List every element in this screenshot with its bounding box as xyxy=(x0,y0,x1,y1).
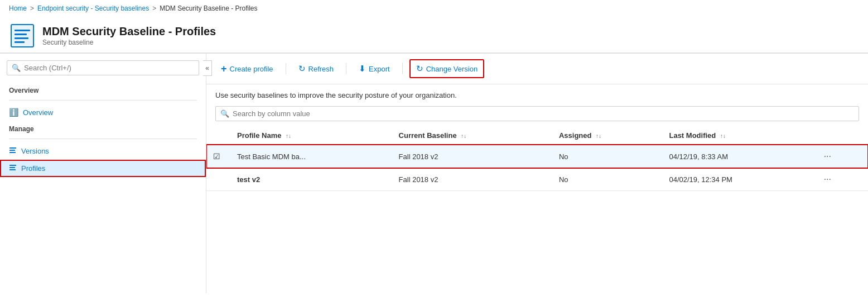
table-header: Profile Name ↑↓ Current Baseline ↑↓ Assi… xyxy=(206,127,868,145)
change-version-button[interactable]: ↻ Change Version xyxy=(409,59,485,78)
row1-checkbox-icon[interactable]: ☑ xyxy=(213,152,220,161)
sort-assigned-icon[interactable]: ↑↓ xyxy=(596,133,601,139)
change-version-label: Change Version xyxy=(426,65,478,73)
row1-modified: 04/12/19, 8:33 AM xyxy=(662,145,813,168)
sidebar-item-versions[interactable]: Versions xyxy=(0,142,206,160)
row1-name: Test Basic MDM ba... xyxy=(230,145,392,168)
table-search-icon: 🔍 xyxy=(220,109,229,118)
change-version-icon: ↻ xyxy=(416,64,423,74)
table-row[interactable]: ☑ Test Basic MDM ba... Fall 2018 v2 No 0… xyxy=(206,145,868,168)
sort-baseline-icon[interactable]: ↑↓ xyxy=(461,133,466,139)
col-last-modified[interactable]: Last Modified ↑↓ xyxy=(662,127,813,145)
table-row[interactable]: test v2 Fall 2018 v2 No 04/02/19, 12:34 … xyxy=(206,168,868,191)
row2-checkbox-cell xyxy=(206,168,230,191)
versions-list-icon xyxy=(9,146,17,156)
page-title: MDM Security Baseline - Profiles xyxy=(42,25,216,38)
sidebar-search-container: 🔍 « xyxy=(7,60,199,75)
col-checkbox xyxy=(206,127,230,145)
row2-actions: ··· xyxy=(814,168,868,191)
sort-modified-icon[interactable]: ↑↓ xyxy=(720,133,726,139)
sidebar-section-overview: Overview xyxy=(0,82,206,97)
sidebar-search-icon: 🔍 xyxy=(12,64,21,72)
row1-checkbox-cell: ☑ xyxy=(206,145,230,168)
breadcrumb: Home > Endpoint security - Security base… xyxy=(0,0,868,17)
profiles-table: Profile Name ↑↓ Current Baseline ↑↓ Assi… xyxy=(206,127,868,191)
content-description: Use security baselines to improve the se… xyxy=(206,84,868,104)
svg-rect-6 xyxy=(9,150,15,151)
sidebar-item-versions-label: Versions xyxy=(21,147,49,155)
col-profile-name[interactable]: Profile Name ↑↓ xyxy=(230,127,392,145)
page-subtitle: Security baseline xyxy=(42,39,216,46)
col-current-baseline[interactable]: Current Baseline ↑↓ xyxy=(392,127,552,145)
row1-baseline: Fall 2018 v2 xyxy=(392,145,552,168)
table-body: ☑ Test Basic MDM ba... Fall 2018 v2 No 0… xyxy=(206,145,868,191)
sidebar-item-overview-label: Overview xyxy=(23,108,53,117)
row2-baseline: Fall 2018 v2 xyxy=(392,168,552,191)
sidebar-divider-2 xyxy=(9,139,197,139)
toolbar-separator-2 xyxy=(346,63,346,74)
sidebar-search-input[interactable] xyxy=(24,64,194,72)
breadcrumb-endpoint[interactable]: Endpoint security - Security baselines xyxy=(37,4,149,12)
sidebar-item-profiles-label: Profiles xyxy=(21,164,45,173)
refresh-button[interactable]: ↻ Refresh xyxy=(293,60,340,77)
page-header-text: MDM Security Baseline - Profiles Securit… xyxy=(42,25,216,46)
row2-ellipsis-button[interactable]: ··· xyxy=(821,173,835,185)
export-label: Export xyxy=(369,65,390,73)
svg-rect-3 xyxy=(15,37,28,39)
sidebar-section-manage: Manage xyxy=(0,121,206,135)
page-header: MDM Security Baseline - Profiles Securit… xyxy=(0,17,868,53)
svg-rect-1 xyxy=(15,30,30,31)
info-icon: ℹ️ xyxy=(9,108,18,117)
svg-rect-10 xyxy=(9,169,16,170)
breadcrumb-home[interactable]: Home xyxy=(9,4,27,12)
sidebar-collapse-button[interactable]: « xyxy=(203,60,212,76)
sidebar-item-profiles[interactable]: Profiles xyxy=(0,160,206,177)
svg-rect-9 xyxy=(9,167,15,168)
page-icon xyxy=(9,22,36,49)
main-layout: 🔍 « Overview ℹ️ Overview Manage Versions… xyxy=(0,53,868,293)
toolbar: + Create profile ↻ Refresh ⬇ Export ↻ Ch… xyxy=(206,54,868,84)
row1-assigned: No xyxy=(552,145,663,168)
svg-rect-7 xyxy=(9,152,16,153)
content-area: + Create profile ↻ Refresh ⬇ Export ↻ Ch… xyxy=(206,54,868,293)
create-profile-label: Create profile xyxy=(230,65,273,73)
svg-rect-8 xyxy=(9,165,16,166)
svg-rect-2 xyxy=(15,34,27,35)
row2-modified: 04/02/19, 12:34 PM xyxy=(662,168,813,191)
sidebar-item-overview[interactable]: ℹ️ Overview xyxy=(0,104,206,121)
row1-actions: ··· xyxy=(814,145,868,168)
toolbar-separator-1 xyxy=(286,63,286,74)
breadcrumb-current: MDM Security Baseline - Profiles xyxy=(160,4,257,12)
profiles-list-icon xyxy=(9,164,17,173)
col-assigned[interactable]: Assigned ↑↓ xyxy=(552,127,663,145)
svg-rect-0 xyxy=(11,25,33,47)
sidebar: 🔍 « Overview ℹ️ Overview Manage Versions… xyxy=(0,54,206,293)
sidebar-divider-1 xyxy=(9,100,197,101)
svg-rect-4 xyxy=(15,41,25,43)
sort-profile-name-icon[interactable]: ↑↓ xyxy=(286,133,291,139)
breadcrumb-sep1: > xyxy=(30,4,34,12)
toolbar-separator-3 xyxy=(402,63,403,74)
svg-rect-5 xyxy=(9,147,16,149)
row1-ellipsis-button[interactable]: ··· xyxy=(821,150,835,163)
refresh-label: Refresh xyxy=(308,65,334,73)
plus-icon: + xyxy=(221,63,227,75)
col-actions xyxy=(814,127,868,145)
export-button[interactable]: ⬇ Export xyxy=(353,60,396,77)
row2-assigned: No xyxy=(552,168,663,191)
create-profile-button[interactable]: + Create profile xyxy=(215,60,279,78)
row2-name: test v2 xyxy=(230,168,392,191)
export-icon: ⬇ xyxy=(359,64,366,74)
refresh-icon: ↻ xyxy=(298,64,306,74)
breadcrumb-sep2: > xyxy=(152,4,156,12)
table-search-container: 🔍 xyxy=(215,106,859,121)
table-search-input[interactable] xyxy=(233,109,854,118)
